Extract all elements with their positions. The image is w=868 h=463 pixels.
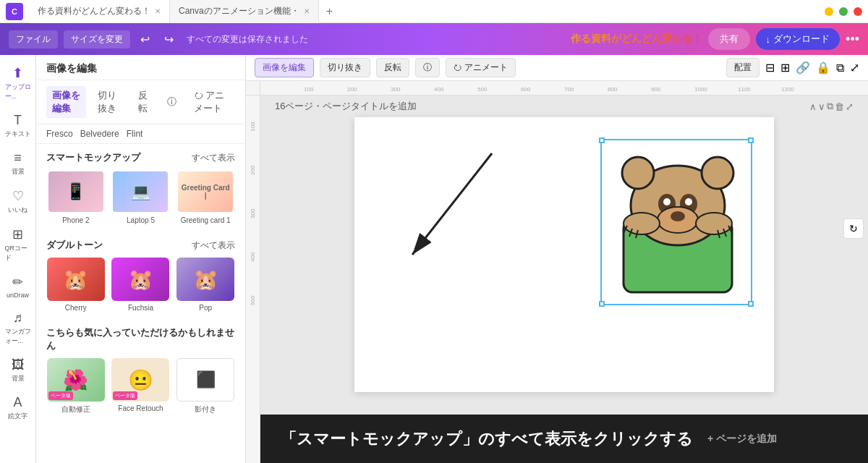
page-header-bar: 16ページ・ページタイトルを追加 ∧ ∨ ⧉ 🗑 ⤢	[260, 95, 868, 117]
rec-shadow[interactable]: ⬛ 影付き	[176, 358, 235, 415]
file-button[interactable]: ファイル	[9, 30, 58, 48]
mockup-greeting[interactable]: Greeting Card | Greeting card 1	[176, 170, 235, 224]
canva-logo: C	[6, 3, 23, 20]
tab-crop[interactable]: 切り抜き	[92, 86, 126, 118]
copy-icon[interactable]: ⧉	[836, 61, 844, 75]
undo-button[interactable]: ↩	[136, 30, 154, 49]
sidebar-item-upload[interactable]: ⬆ アップロー...	[2, 61, 34, 106]
sidebar-item-emoji[interactable]: A 絵文字	[2, 391, 34, 425]
duotone-pop[interactable]: 🐹 Pop	[176, 258, 235, 312]
handle-tl[interactable]	[599, 137, 605, 143]
handle-br[interactable]	[748, 301, 754, 307]
sidebar-item-text-label: テキスト	[5, 129, 31, 139]
beta-badge-1: ベータ版	[48, 391, 73, 400]
rec-face-retouch[interactable]: 😐 ベータ版 Face Retouch	[111, 358, 171, 415]
svg-text:200: 200	[250, 165, 256, 175]
tab-edit-image[interactable]: 画像を編集	[46, 86, 86, 118]
tab-1[interactable]: 作る資料がどんどん変わる！ ✕	[29, 0, 170, 23]
sidebar-item-qr[interactable]: ⊞ QRコード	[2, 222, 34, 267]
expand-icon[interactable]: ⤢	[850, 61, 859, 75]
sidebar-item-undraw[interactable]: ✏ unDraw	[2, 270, 34, 303]
filter-fresco[interactable]: Fresco	[46, 129, 73, 139]
filter-belvedere[interactable]: Belvedere	[80, 129, 119, 139]
close-button[interactable]	[854, 7, 862, 16]
tab-2-close[interactable]: ✕	[304, 7, 310, 15]
sidebar-item-bg[interactable]: ≡ 背景	[2, 146, 34, 181]
page-expand[interactable]: ⤢	[846, 101, 854, 112]
filter-styles: Fresco Belvedere Flint	[36, 124, 245, 144]
rec-auto-correct[interactable]: 🌺 ベータ版 自動修正	[46, 358, 106, 415]
content-area: ⬆ アップロー... T テキスト ≡ 背景 ♡ いいね ⊞ QRコード ✏ u…	[0, 55, 868, 463]
more-button[interactable]: •••	[846, 32, 859, 47]
sidebar-item-text[interactable]: T テキスト	[2, 109, 34, 143]
tab-2[interactable]: Canvaのアニメーション機能・ ✕	[170, 0, 319, 23]
redo-button[interactable]: ↪	[160, 30, 178, 49]
tab-flip[interactable]: 反転	[132, 86, 156, 118]
duotone-pop-label: Pop	[199, 304, 212, 312]
sidebar-icons: ⬆ アップロー... T テキスト ≡ 背景 ♡ いいね ⊞ QRコード ✏ u…	[0, 55, 36, 463]
tab-info[interactable]: ⓘ	[161, 93, 182, 111]
share-button[interactable]: 共有	[708, 28, 750, 50]
tooltip-sub[interactable]: + ページを追加	[707, 430, 777, 446]
tooltip-text: 「スマートモックアップ」のすべて表示をクリックする	[281, 426, 693, 451]
sidebar-item-manga[interactable]: ♬ マンガフォー...	[2, 306, 34, 350]
new-tab-button[interactable]: +	[319, 2, 340, 21]
minimize-button[interactable]	[825, 7, 833, 16]
maximize-button[interactable]	[839, 7, 848, 16]
svg-text:800: 800	[608, 86, 618, 93]
canvas-flip-btn[interactable]: 反転	[376, 58, 409, 77]
upload-icon: ⬆	[12, 65, 23, 81]
filter-flint[interactable]: Flint	[127, 129, 143, 139]
white-canvas[interactable]	[354, 117, 774, 392]
recommendations-section: こちらも気に入っていただけるかもしれません 🌺 ベータ版 自動修正 😐 ベータ版…	[36, 319, 245, 422]
rec-face-thumb: 😐 ベータ版	[111, 358, 169, 402]
rotate-button[interactable]: ↻	[843, 218, 864, 239]
download-button[interactable]: ↓ ダウンロード	[756, 28, 841, 50]
canvas-crop-btn[interactable]: 切り抜き	[320, 58, 370, 77]
lock-icon[interactable]: 🔒	[816, 61, 830, 75]
mockup-laptop[interactable]: 💻 Laptop 5	[111, 170, 171, 224]
handle-bl[interactable]	[599, 301, 605, 307]
duotone-fuchsia[interactable]: 🐹 Fuchsia	[111, 258, 171, 312]
page-nav-up[interactable]: ∧	[809, 101, 817, 112]
sidebar-item-favorites[interactable]: ♡ いいね	[2, 184, 34, 219]
link-icon[interactable]: 🔗	[796, 61, 810, 75]
page-nav-down[interactable]: ∨	[818, 101, 825, 112]
canvas-animate-btn[interactable]: ⭮ アニメート	[446, 58, 516, 77]
animal-illustration	[602, 140, 754, 307]
mockup-phone[interactable]: 📱 Phone 2	[46, 170, 106, 224]
duotone-cherry[interactable]: 🐹 Cherry	[46, 258, 106, 312]
svg-text:100: 100	[304, 86, 314, 93]
svg-point-23	[663, 198, 671, 205]
page-delete[interactable]: 🗑	[835, 101, 844, 112]
handle-tr[interactable]	[748, 137, 754, 143]
canvas-arrange-btn[interactable]: 配置	[726, 58, 760, 77]
duotone-fuchsia-label: Fuchsia	[128, 304, 153, 312]
bg-icon: ≡	[14, 150, 22, 166]
title-bar: C 作る資料がどんどん変わる！ ✕ Canvaのアニメーション機能・ ✕ +	[0, 0, 868, 23]
canvas-info-btn[interactable]: ⓘ	[415, 58, 440, 77]
canvas-viewport[interactable]: 16ページ・ページタイトルを追加 ∧ ∨ ⧉ 🗑 ⤢	[260, 95, 868, 463]
save-status: すべての変更は保存されました	[187, 33, 308, 46]
svg-text:1200: 1200	[781, 86, 794, 93]
sidebar-item-fav-label: いいね	[8, 205, 27, 215]
undraw-icon: ✏	[12, 274, 23, 290]
sidebar-item-bg-label: 背景	[12, 167, 25, 177]
resize-button[interactable]: サイズを変更	[64, 30, 130, 48]
tab-1-label: 作る資料がどんどん変わる！	[38, 5, 150, 17]
canvas-edit-image-btn[interactable]: 画像を編集	[255, 58, 314, 77]
duotone-show-all[interactable]: すべて表示	[192, 239, 235, 252]
tab-1-close[interactable]: ✕	[155, 7, 161, 15]
manga-icon: ♬	[13, 310, 23, 326]
animal-selection-box[interactable]	[600, 139, 752, 305]
grid-icon[interactable]: ⊞	[780, 61, 790, 75]
text-icon: T	[14, 113, 22, 128]
sidebar-item-photo[interactable]: 🖼 背景	[2, 353, 34, 388]
filter-icon[interactable]: ⊟	[765, 61, 775, 75]
page-duplicate[interactable]: ⧉	[827, 101, 833, 112]
tab-animate[interactable]: ⭮ アニメート	[188, 86, 235, 118]
duotone-title: ダブルトーン	[46, 239, 103, 252]
smart-mockup-show-all[interactable]: すべて表示	[192, 152, 235, 164]
rec-face-label: Face Retouch	[118, 404, 163, 412]
svg-point-24	[685, 198, 692, 205]
